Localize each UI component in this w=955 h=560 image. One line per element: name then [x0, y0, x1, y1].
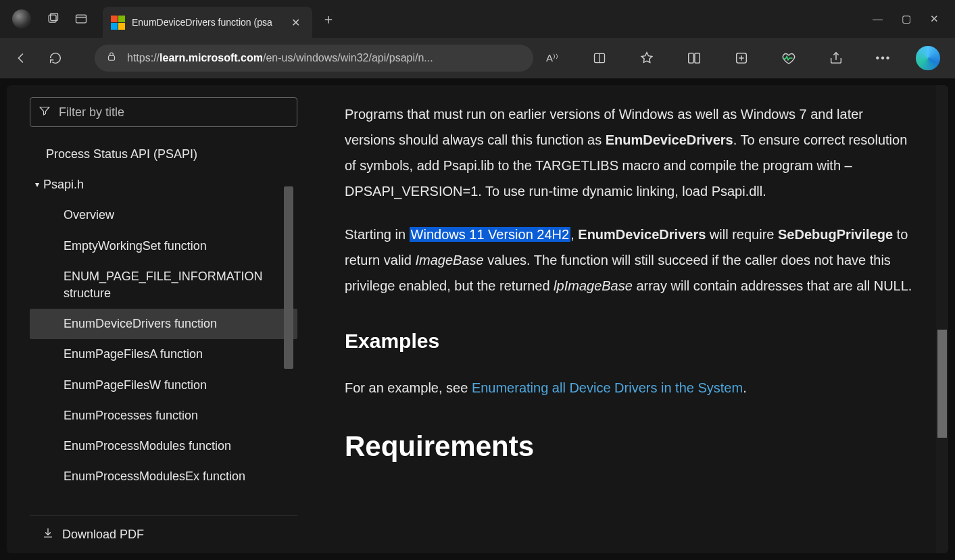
refresh-button[interactable]	[41, 43, 70, 73]
svg-rect-7	[689, 53, 693, 63]
address-bar[interactable]: https://learn.microsoft.com/en-us/window…	[95, 45, 533, 72]
toc-list: Process Status API (PSAPI) ▾ Psapi.h Ove…	[30, 139, 297, 515]
paragraph-privilege: Starting in Windows 11 Version 24H2, Enu…	[345, 222, 913, 299]
reader-mode-icon[interactable]	[585, 43, 614, 73]
download-pdf-button[interactable]: Download PDF	[30, 515, 297, 553]
toc-header-psapi-h[interactable]: ▾ Psapi.h	[30, 170, 297, 200]
svg-rect-1	[51, 14, 58, 21]
titlebar: EnumDeviceDrivers function (psa ✕ ＋ — ▢ …	[0, 0, 955, 38]
toc-header-label: Psapi.h	[43, 176, 84, 193]
chevron-down-icon: ▾	[35, 179, 39, 190]
site-info-lock-icon[interactable]	[105, 51, 118, 66]
toc-item-enumprocessmodulesex[interactable]: EnumProcessModulesEx function	[30, 461, 297, 492]
svg-rect-2	[76, 15, 87, 23]
new-tab-button[interactable]: ＋	[322, 10, 335, 28]
minimize-button[interactable]: —	[873, 13, 883, 25]
example-link[interactable]: Enumerating all Device Drivers in the Sy…	[472, 380, 743, 395]
health-icon[interactable]	[774, 43, 804, 73]
microsoft-logo-icon	[111, 16, 125, 30]
url-text: https://learn.microsoft.com/en-us/window…	[127, 52, 522, 64]
filter-box[interactable]	[30, 97, 297, 127]
toc-sidebar: Process Status API (PSAPI) ▾ Psapi.h Ove…	[7, 85, 304, 553]
paragraph-example: For an example, see Enumerating all Devi…	[345, 375, 913, 401]
toolbar: https://learn.microsoft.com/en-us/window…	[0, 38, 955, 78]
profile-avatar[interactable]	[12, 9, 31, 28]
workspaces-icon[interactable]	[46, 12, 59, 26]
tab-actions-icon[interactable]	[74, 12, 88, 26]
highlighted-version: Windows 11 Version 24H2	[410, 227, 571, 242]
tab-close-button[interactable]: ✕	[287, 15, 304, 30]
heading-requirements: Requirements	[345, 419, 913, 474]
maximize-button[interactable]: ▢	[902, 13, 911, 25]
filter-icon	[39, 105, 51, 120]
svg-rect-0	[49, 15, 56, 22]
toolbar-right: A⁾⁾ •••	[537, 43, 948, 73]
paragraph-compat: Programs that must run on earlier versio…	[345, 101, 913, 204]
article-body: Programs that must run on earlier versio…	[304, 85, 948, 553]
browser-tab[interactable]: EnumDeviceDrivers function (psa ✕	[103, 7, 312, 38]
toc-item-emptyworkingset[interactable]: EmptyWorkingSet function	[30, 231, 297, 261]
toc-item-enumpagefilesa[interactable]: EnumPageFilesA function	[30, 339, 297, 370]
download-pdf-label: Download PDF	[62, 528, 144, 542]
read-aloud-icon[interactable]: A⁾⁾	[537, 43, 567, 73]
titlebar-left	[0, 9, 88, 28]
svg-rect-8	[695, 53, 700, 63]
page-scrollbar-thumb[interactable]	[937, 330, 947, 438]
svg-rect-4	[109, 56, 115, 61]
filter-input[interactable]	[59, 105, 289, 120]
toc-item-enumpagefilesw[interactable]: EnumPageFilesW function	[30, 370, 297, 401]
page-viewport: Process Status API (PSAPI) ▾ Psapi.h Ove…	[0, 78, 955, 560]
collections-icon[interactable]	[727, 43, 756, 73]
toc-item-overview[interactable]: Overview	[30, 200, 297, 230]
heading-examples: Examples	[345, 322, 913, 360]
toc-item-enum-page-file-info[interactable]: ENUM_PAGE_FILE_INFORMATION structure	[30, 261, 297, 309]
toc-item-enumprocesses[interactable]: EnumProcesses function	[30, 401, 297, 431]
toc-item-enumprocessmodules[interactable]: EnumProcessModules function	[30, 431, 297, 461]
window-controls: — ▢ ✕	[873, 13, 955, 25]
settings-more-icon[interactable]: •••	[868, 43, 898, 73]
favorite-star-icon[interactable]	[632, 43, 662, 73]
page-scrollbar-track[interactable]	[936, 85, 948, 553]
toc-section-psapi[interactable]: Process Status API (PSAPI)	[30, 139, 297, 170]
split-screen-icon[interactable]	[679, 43, 709, 73]
back-button[interactable]	[7, 43, 36, 73]
sidebar-scrollbar[interactable]	[284, 186, 293, 369]
close-window-button[interactable]: ✕	[930, 13, 939, 25]
copilot-icon[interactable]	[916, 46, 940, 70]
page-content: Process Status API (PSAPI) ▾ Psapi.h Ove…	[7, 85, 948, 553]
share-icon[interactable]	[821, 43, 851, 73]
toc-item-enumdevicedrivers[interactable]: EnumDeviceDrivers function	[30, 309, 297, 339]
tab-title: EnumDeviceDrivers function (psa	[132, 17, 280, 28]
download-icon	[42, 527, 54, 542]
